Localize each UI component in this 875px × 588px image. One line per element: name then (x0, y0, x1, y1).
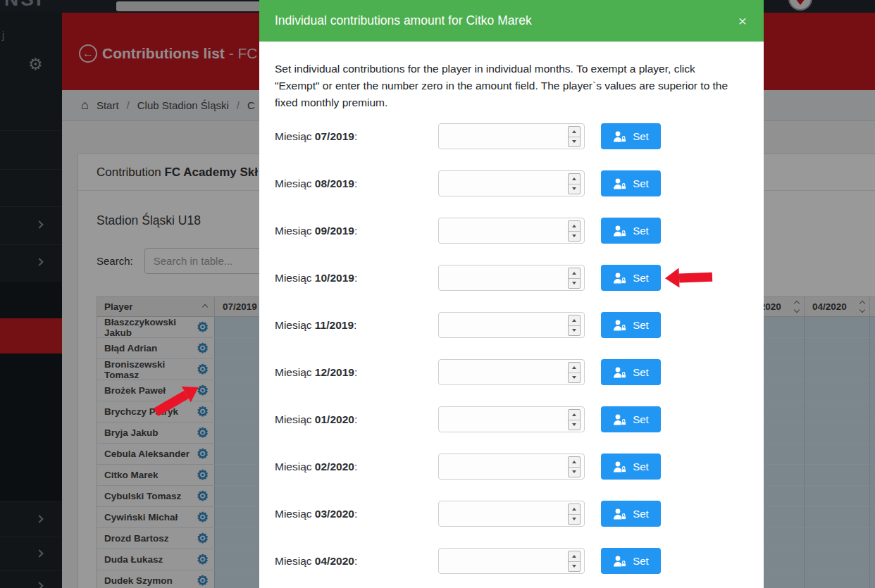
number-spinner (568, 173, 581, 194)
user-lock-icon (613, 320, 626, 331)
user-lock-icon (613, 273, 626, 284)
spinner-up-button[interactable] (569, 363, 580, 373)
month-label: Miesiąc 09/2019: (275, 225, 438, 237)
month-label: Miesiąc 10/2019: (275, 272, 438, 284)
amount-input[interactable] (438, 123, 585, 149)
spinner-down-button[interactable] (569, 467, 580, 477)
number-spinner (568, 409, 581, 430)
spinner-down-button[interactable] (569, 373, 580, 383)
user-lock-icon (613, 556, 626, 567)
amount-input[interactable] (438, 265, 585, 291)
month-label: Miesiąc 07/2019: (275, 130, 438, 143)
amount-input[interactable] (438, 170, 585, 196)
set-button[interactable]: Set (601, 218, 661, 244)
month-label: Miesiąc 02/2020: (275, 461, 438, 473)
number-spinner (568, 220, 581, 242)
annotation-arrow-set-button (665, 267, 713, 288)
spinner-up-button[interactable] (569, 551, 580, 561)
set-button[interactable]: Set (601, 359, 661, 385)
month-label: Miesiąc 12/2019: (275, 366, 438, 379)
spinner-down-button[interactable] (569, 278, 580, 289)
set-button[interactable]: Set (601, 170, 661, 196)
spinner-up-button[interactable] (569, 221, 580, 231)
amount-input[interactable] (438, 312, 585, 338)
month-amount-row: Miesiąc 04/2020: (275, 548, 741, 574)
set-button[interactable]: Set (601, 265, 661, 291)
user-lock-icon (613, 508, 626, 520)
month-label: Miesiąc 08/2019: (275, 177, 438, 190)
spinner-down-button[interactable] (569, 514, 580, 525)
month-label: Miesiąc 03/2020: (275, 508, 438, 520)
modal-title: Individual contributions amount for Citk… (275, 13, 532, 28)
month-label: Miesiąc 01/2020: (275, 413, 438, 426)
month-amount-row: Miesiąc 08/2019: (275, 170, 741, 196)
spinner-up-button[interactable] (569, 268, 580, 278)
modal-body: Set individual contributions for the pla… (259, 42, 764, 574)
month-amount-row: Miesiąc 07/2019: (275, 123, 741, 149)
month-amount-row: Miesiąc 12/2019: (275, 359, 741, 385)
spinner-up-button[interactable] (569, 315, 580, 325)
spinner-up-button[interactable] (569, 127, 580, 137)
number-spinner (568, 551, 581, 572)
screen: NSI j ⚙ ← Contributions list - FC A ⌂ St… (0, 0, 875, 588)
close-icon[interactable]: × (738, 13, 747, 30)
user-lock-icon (613, 178, 626, 189)
number-spinner (568, 456, 581, 477)
set-button[interactable]: Set (601, 501, 661, 527)
set-button[interactable]: Set (601, 548, 661, 574)
amount-input[interactable] (438, 501, 585, 527)
number-spinner (568, 362, 581, 383)
month-amount-row: Miesiąc 03/2020: (275, 501, 741, 527)
spinner-down-button[interactable] (569, 137, 580, 147)
set-button[interactable]: Set (601, 406, 661, 432)
amount-input[interactable] (438, 359, 585, 385)
month-amount-row: Miesiąc 11/2019: (275, 312, 741, 338)
spinner-up-button[interactable] (569, 504, 580, 514)
month-amount-row: Miesiąc 01/2020: (275, 406, 741, 432)
user-lock-icon (613, 225, 626, 237)
spinner-down-button[interactable] (569, 561, 580, 572)
user-lock-icon (613, 367, 626, 378)
month-amount-row: Miesiąc 02/2020: (275, 453, 741, 480)
user-lock-icon (613, 131, 626, 142)
spinner-up-button[interactable] (569, 410, 580, 420)
amount-input[interactable] (438, 548, 585, 574)
amount-input[interactable] (438, 453, 585, 480)
spinner-down-button[interactable] (569, 231, 580, 242)
amount-input[interactable] (438, 218, 585, 244)
month-amount-row: Miesiąc 09/2019: (275, 218, 741, 244)
month-label: Miesiąc 04/2020: (275, 555, 438, 568)
amount-input[interactable] (438, 406, 585, 432)
spinner-up-button[interactable] (569, 457, 580, 467)
month-label: Miesiąc 11/2019: (275, 319, 438, 332)
modal-description: Set individual contributions for the pla… (275, 61, 741, 111)
spinner-down-button[interactable] (569, 184, 580, 194)
individual-contributions-modal: Individual contributions amount for Citk… (259, 0, 764, 588)
spinner-up-button[interactable] (569, 174, 580, 184)
set-button[interactable]: Set (601, 312, 661, 338)
modal-header: Individual contributions amount for Citk… (259, 0, 764, 42)
number-spinner (568, 268, 581, 289)
user-lock-icon (613, 414, 626, 425)
set-button[interactable]: Set (601, 123, 661, 149)
spinner-down-button[interactable] (569, 420, 580, 430)
number-spinner (568, 503, 581, 525)
user-lock-icon (613, 461, 626, 473)
number-spinner (568, 126, 581, 147)
number-spinner (568, 315, 581, 336)
spinner-down-button[interactable] (569, 325, 580, 336)
set-button[interactable]: Set (601, 453, 661, 480)
